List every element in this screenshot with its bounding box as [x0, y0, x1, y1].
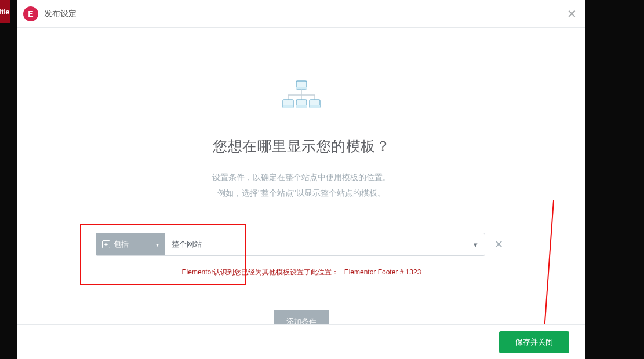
background-tab-text: itle	[0, 8, 9, 16]
add-condition-row: 添加条件	[17, 310, 585, 324]
condition-row: + 包括 整个网站	[96, 233, 485, 256]
elementor-logo-letter: E	[28, 9, 33, 19]
svg-line-13	[544, 200, 554, 324]
elementor-logo-icon: E	[23, 6, 38, 21]
modal-title: 发布设定	[44, 9, 565, 19]
scope-select[interactable]: 整个网站	[165, 233, 485, 255]
include-exclude-select[interactable]: + 包括	[96, 233, 165, 255]
include-label: 包括	[114, 239, 129, 250]
remove-condition-button[interactable]: ✕	[490, 238, 507, 251]
sitemap-illustration-icon	[281, 80, 322, 109]
subtext-line-2: 例如，选择"整个站点"以显示整个站点的模板。	[17, 185, 585, 201]
annotation-arrow-icon	[516, 200, 562, 324]
condition-row-wrapper: + 包括 整个网站 ✕	[96, 233, 507, 256]
background-tab-fragment: itle	[0, 0, 10, 23]
subtext-line-1: 设置条件，以确定在整个站点中使用模板的位置。	[17, 170, 585, 185]
conflict-template-link[interactable]: Elementor Footer # 1323	[344, 268, 421, 276]
plus-icon: +	[102, 240, 110, 248]
save-and-close-button[interactable]: 保存并关闭	[499, 331, 569, 353]
add-condition-button[interactable]: 添加条件	[274, 310, 329, 324]
conditions-heading: 您想在哪里显示您的模板？	[17, 137, 585, 156]
svg-rect-10	[296, 105, 307, 108]
modal-footer: 保存并关闭	[17, 324, 585, 359]
conditions-subtext: 设置条件，以确定在整个站点中使用模板的位置。 例如，选择"整个站点"以显示整个站…	[17, 170, 585, 200]
svg-rect-12	[310, 105, 320, 108]
scope-value: 整个网站	[172, 239, 202, 250]
svg-rect-8	[283, 105, 293, 108]
warning-text: Elementor认识到您已经为其他模板设置了此位置：	[182, 268, 339, 276]
svg-rect-1	[296, 87, 307, 89]
chevron-down-icon	[474, 240, 478, 249]
publish-settings-modal: E 发布设定 ✕ 您想在哪里显示您的模板？	[17, 0, 585, 359]
close-icon[interactable]: ✕	[565, 7, 578, 21]
conflict-warning: Elementor认识到您已经为其他模板设置了此位置： Elementor Fo…	[17, 268, 585, 277]
modal-body: 您想在哪里显示您的模板？ 设置条件，以确定在整个站点中使用模板的位置。 例如，选…	[17, 28, 585, 324]
chevron-down-icon	[156, 241, 159, 248]
modal-header: E 发布设定 ✕	[17, 0, 585, 28]
